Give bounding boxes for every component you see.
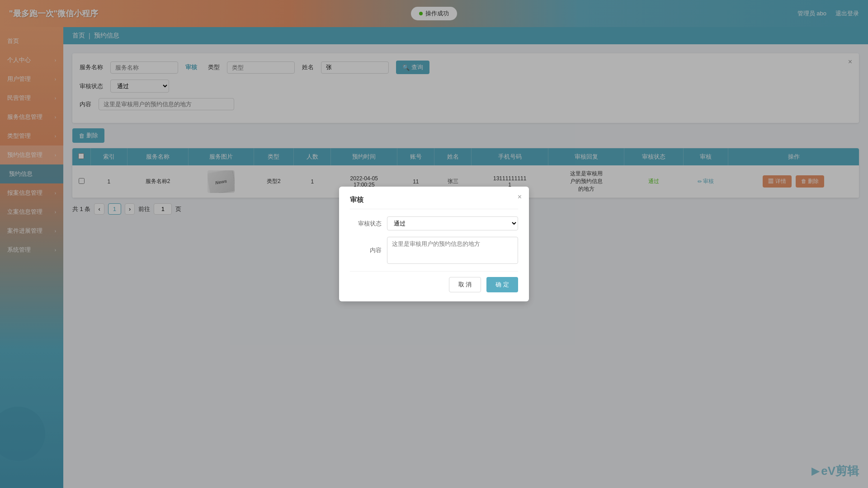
dialog-content-textarea[interactable] [387,237,518,264]
dialog-footer: 取 消 确 定 [350,271,518,292]
dialog-audit-status-select[interactable]: 通过 不通过 待审核 [387,216,518,230]
dialog-content-field: 内容 [350,237,518,264]
dialog-audit-status-field: 审核状态 通过 不通过 待审核 [350,216,518,230]
dialog-audit-status-label: 审核状态 [350,220,382,228]
dialog-title: 审核 [350,196,518,209]
dialog-overlay: 审核 × 审核状态 通过 不通过 待审核 内容 取 消 确 定 [0,0,868,488]
audit-dialog: 审核 × 审核状态 通过 不通过 待审核 内容 取 消 确 定 [339,187,529,301]
dialog-content-label: 内容 [350,246,382,254]
dialog-cancel-button[interactable]: 取 消 [449,277,481,292]
dialog-close-button[interactable]: × [518,193,522,201]
dialog-confirm-button[interactable]: 确 定 [486,277,518,292]
